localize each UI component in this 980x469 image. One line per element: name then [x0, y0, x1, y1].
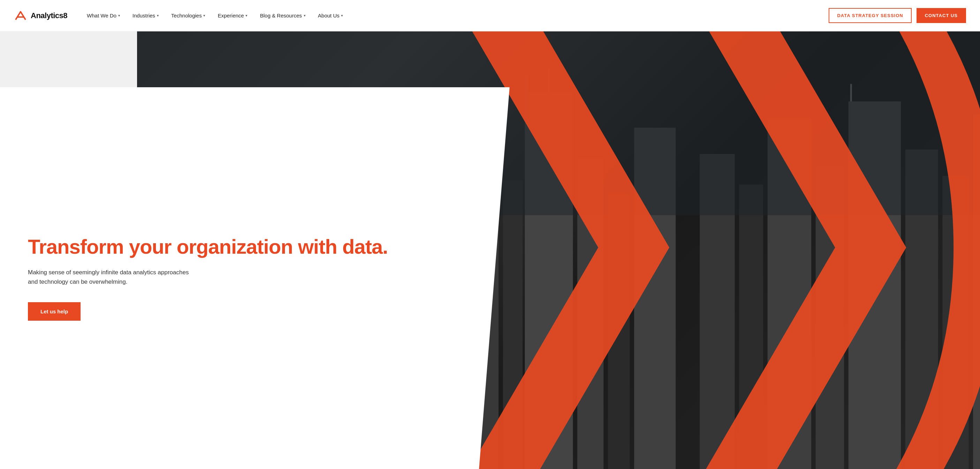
logo[interactable]: Analytics8	[14, 9, 67, 22]
hero-subtext: Making sense of seemingly infinite data …	[28, 268, 195, 287]
svg-rect-13	[503, 180, 522, 469]
nav-item-blog-resources[interactable]: Blog & Resources ▾	[254, 10, 311, 21]
nav-links: What We Do ▾ Industries ▾ Technologies ▾…	[81, 10, 829, 21]
chevron-down-icon: ▾	[304, 14, 305, 18]
chevron-down-icon: ▾	[157, 14, 159, 18]
nav-item-industries[interactable]: Industries ▾	[127, 10, 164, 21]
chevron-down-icon: ▾	[341, 14, 343, 18]
hero-top-strip	[0, 31, 137, 87]
nav-item-experience[interactable]: Experience ▾	[212, 10, 253, 21]
hero-cta-button[interactable]: Let us help	[28, 302, 81, 321]
hero-section: Transform your organization with data. M…	[0, 31, 980, 469]
navbar: Analytics8 What We Do ▾ Industries ▾ Tec…	[0, 0, 980, 31]
chevron-down-icon: ▾	[118, 14, 120, 18]
nav-item-what-we-do[interactable]: What We Do ▾	[81, 10, 126, 21]
logo-text: Analytics8	[31, 11, 67, 20]
svg-rect-25	[942, 176, 969, 469]
contact-us-button[interactable]: CONTACT US	[916, 8, 966, 23]
nav-item-technologies[interactable]: Technologies ▾	[165, 10, 211, 21]
nav-cta-buttons: DATA STRATEGY SESSION CONTACT US	[829, 8, 966, 23]
data-strategy-button[interactable]: DATA STRATEGY SESSION	[829, 8, 911, 23]
nav-item-about-us[interactable]: About Us ▾	[312, 10, 349, 21]
chevron-down-icon: ▾	[245, 14, 247, 18]
hero-heading: Transform your organization with data.	[28, 236, 482, 258]
chevron-down-icon: ▾	[203, 14, 205, 18]
logo-icon	[14, 9, 27, 22]
svg-rect-16	[608, 193, 630, 469]
svg-rect-20	[739, 185, 763, 469]
hero-content-card: Transform your organization with data. M…	[0, 87, 509, 469]
